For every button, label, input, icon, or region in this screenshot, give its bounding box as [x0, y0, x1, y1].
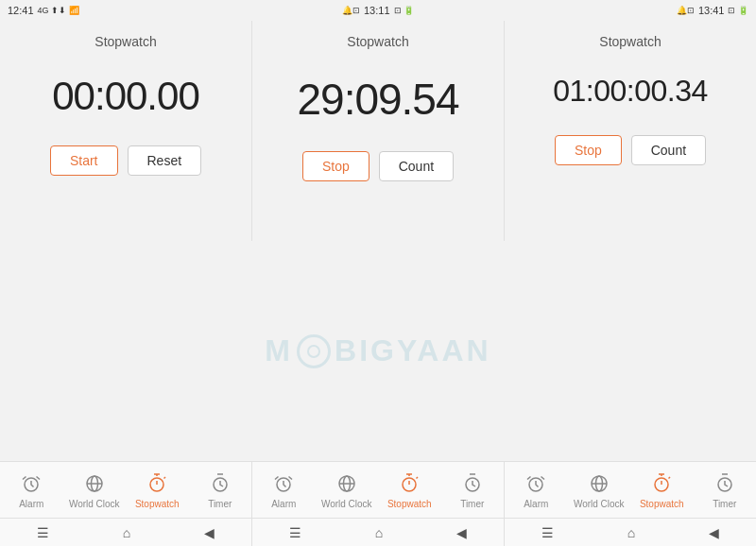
- alarm-icon-3: [524, 472, 547, 495]
- nav-item-timer-1[interactable]: Timer: [189, 462, 252, 518]
- nav-label-stopwatch-2: Stopwatch: [387, 499, 432, 509]
- icons-center-right: ⊡ 🔋: [394, 6, 415, 15]
- nav-item-worldclock-1[interactable]: World Clock: [63, 462, 127, 518]
- bottom-nav: Alarm World Clock: [0, 461, 756, 546]
- panel-1-display: 00:00.00: [52, 57, 199, 145]
- nav-label-alarm-3: Alarm: [524, 499, 548, 509]
- nav-item-timer-3[interactable]: Timer: [694, 462, 757, 518]
- reset-button[interactable]: Reset: [128, 145, 202, 176]
- back-button-3[interactable]: ◀: [709, 525, 719, 540]
- status-bar: 12:41 4G ⬆⬇ 📶 🔔⊡ 13:11 ⊡ 🔋 🔔⊡ 13:41 ⊡ 🔋: [0, 0, 756, 21]
- home-button-1[interactable]: ⌂: [123, 525, 130, 540]
- timer-icon-2: [461, 472, 484, 495]
- world-icon-1: [83, 472, 106, 495]
- nav-item-alarm-1[interactable]: Alarm: [0, 462, 63, 518]
- icons-left: 4G ⬆⬇ 📶: [38, 6, 79, 15]
- timer-icon-1: [209, 472, 232, 495]
- panel-3-title: Stopwatch: [599, 21, 661, 57]
- nav-bar-section-2: ☰ ⌂ ◀: [252, 519, 505, 546]
- nav-label-timer-2: Timer: [460, 499, 484, 509]
- nav-label-stopwatch-1: Stopwatch: [135, 499, 180, 509]
- nav-label-worldclock-2: World Clock: [321, 499, 372, 509]
- back-button-1[interactable]: ◀: [204, 525, 215, 540]
- timer-icon-3: [713, 472, 736, 495]
- menu-button-1[interactable]: ☰: [37, 525, 49, 540]
- main-content: Stopwatch 00:00.00 Start Reset Stopwatch…: [0, 21, 756, 461]
- home-button-3[interactable]: ⌂: [627, 525, 635, 540]
- nav-label-worldclock-3: World Clock: [574, 499, 625, 509]
- nav-section-3: Alarm World Clock: [505, 462, 756, 518]
- status-center: 🔔⊡ 13:11 ⊡ 🔋: [254, 5, 501, 16]
- nav-bar-section-1: ☰ ⌂ ◀: [0, 519, 252, 546]
- menu-button-3[interactable]: ☰: [541, 525, 554, 540]
- alarm-icon-1: [20, 472, 43, 495]
- nav-item-alarm-2[interactable]: Alarm: [252, 462, 316, 518]
- system-nav-bar: ☰ ⌂ ◀ ☰ ⌂ ◀ ☰ ⌂ ◀: [0, 518, 756, 546]
- nav-section-1: Alarm World Clock: [0, 462, 252, 518]
- count-button-2[interactable]: Count: [631, 135, 706, 165]
- icons-right-left: 🔔⊡: [677, 6, 695, 15]
- start-button[interactable]: Start: [50, 145, 118, 176]
- nav-item-alarm-3[interactable]: Alarm: [505, 462, 568, 518]
- time-right: 13:41: [698, 5, 725, 16]
- world-icon-2: [335, 472, 358, 495]
- nav-item-stopwatch-3[interactable]: Stopwatch: [630, 462, 694, 518]
- panel-1-controls: Start Reset: [50, 145, 201, 176]
- nav-label-timer-1: Timer: [208, 499, 232, 509]
- nav-label-timer-3: Timer: [713, 499, 736, 509]
- nav-item-timer-2[interactable]: Timer: [441, 462, 505, 518]
- nav-tabs: Alarm World Clock: [0, 462, 756, 518]
- status-left: 12:41 4G ⬆⬇ 📶: [8, 5, 254, 16]
- stopwatch-icon-1: [146, 472, 168, 495]
- nav-label-worldclock-1: World Clock: [69, 499, 120, 509]
- stop-button-2[interactable]: Stop: [555, 135, 622, 165]
- status-right: 🔔⊡ 13:41 ⊡ 🔋: [502, 5, 748, 16]
- stopwatch-icon-3: [650, 472, 673, 495]
- panel-3-controls: Stop Count: [555, 135, 706, 165]
- panel-1-title: Stopwatch: [94, 21, 156, 57]
- back-button-2[interactable]: ◀: [456, 525, 467, 540]
- watermark-area: M BIGYAAN: [0, 241, 756, 461]
- panel-3: Stopwatch 01:00:00.34 Stop Count: [505, 21, 756, 241]
- nav-bar-section-3: ☰ ⌂ ◀: [505, 519, 756, 546]
- nav-item-stopwatch-2[interactable]: Stopwatch: [378, 462, 441, 518]
- panel-2: Stopwatch 29:09.54 Stop Count: [252, 21, 505, 241]
- panel-2-controls: Stop Count: [302, 151, 454, 181]
- world-icon-3: [588, 472, 610, 495]
- nav-item-worldclock-2[interactable]: World Clock: [316, 462, 379, 518]
- nav-label-stopwatch-3: Stopwatch: [640, 499, 684, 509]
- stopwatch-icon-2: [398, 472, 421, 495]
- icons-center-left: 🔔⊡: [342, 6, 360, 15]
- alarm-icon-2: [272, 472, 295, 495]
- nav-item-stopwatch-1[interactable]: Stopwatch: [126, 462, 189, 518]
- panel-3-display: 01:00:00.34: [553, 57, 708, 135]
- time-center: 13:11: [364, 5, 390, 16]
- panel-1: Stopwatch 00:00.00 Start Reset: [0, 21, 252, 241]
- watermark-icon: [297, 334, 331, 368]
- icons-right-right: ⊡ 🔋: [728, 6, 748, 15]
- watermark: M BIGYAAN: [265, 333, 490, 368]
- stop-button-1[interactable]: Stop: [302, 151, 369, 181]
- home-button-2[interactable]: ⌂: [375, 525, 383, 540]
- nav-label-alarm-2: Alarm: [271, 499, 296, 509]
- panels: Stopwatch 00:00.00 Start Reset Stopwatch…: [0, 21, 756, 241]
- nav-section-2: Alarm World Clock: [252, 462, 505, 518]
- nav-label-alarm-1: Alarm: [19, 499, 43, 509]
- panel-2-display: 29:09.54: [297, 57, 458, 151]
- time-left: 12:41: [8, 5, 34, 16]
- panel-2-title: Stopwatch: [347, 21, 408, 57]
- menu-button-2[interactable]: ☰: [289, 525, 301, 540]
- count-button-1[interactable]: Count: [379, 151, 454, 181]
- nav-item-worldclock-3[interactable]: World Clock: [568, 462, 631, 518]
